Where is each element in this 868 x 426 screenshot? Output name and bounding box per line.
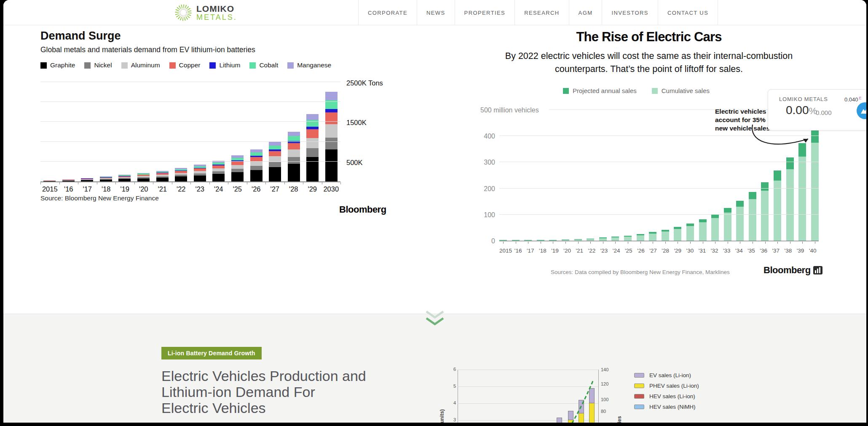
stock-chart-icon [857,102,866,119]
ev-axis-tick [503,242,504,244]
nav-item-agm[interactable]: AGM [569,0,602,25]
ev-xlabel: '32 [708,248,721,254]
ev-xlabel: '21 [573,248,586,254]
segment-cumulative [512,240,520,241]
demand-bar-19 [118,175,131,181]
segment-cumulative [674,229,681,241]
segment-cumulative [562,240,569,241]
ev-axis-tick [541,242,541,244]
demand-xlabel: '24 [209,185,228,193]
demand-axis-tick [172,182,172,184]
legend-item-manganese: Manganese [287,61,331,69]
ev-bar-17 [524,240,532,241]
battery-demand-section: Li-ion Battery Demand Growth Electric Ve… [3,314,866,423]
mini-legend-label: PHEV sales (Li-ion) [649,383,699,389]
segment-graphite [250,170,263,181]
segment-graphite [118,179,131,181]
ev-chart-yaxis: 500 million vehicles4003002001000 [466,110,495,241]
segment-copper [212,165,225,168]
demand-ytick-500: 500K [346,159,363,167]
segment-cobalt [250,152,263,156]
legend-label: Graphite [50,61,75,69]
segment-cumulative [599,238,607,241]
nav-item-news[interactable]: NEWS [417,0,455,25]
demand-xlabel: '25 [228,185,247,193]
demand-axis-tick [97,182,97,184]
nav-item-corporate[interactable]: CORPORATE [358,0,417,25]
demand-xlabel: '20 [134,185,153,193]
ev-xlabel: '24 [610,248,622,254]
ticker-change-percent: 0.00% [786,104,817,117]
mini-legend-item-ev-sales-li-ion-: EV sales (Li-ion) [634,370,699,381]
demand-bar-26 [250,149,263,181]
legend-item-graphite: Graphite [40,61,75,69]
segment-manganese [269,142,281,146]
demand-bar-16 [62,179,75,181]
ev-axis-tick [790,242,790,244]
nav-item-research[interactable]: RESEARCH [514,0,568,25]
segment-annual [786,157,794,169]
ev-bar-30 [686,224,694,241]
legend-item-lithium: Lithium [209,61,240,69]
nav-item-investors[interactable]: INVESTORS [602,0,658,25]
ev-axis-tick [815,242,815,244]
demand-xlabel: 2015 [40,185,59,193]
nav-item-properties[interactable]: PROPERTIES [455,0,515,25]
segment-copper [269,151,281,156]
mini-legend-item-phev-sales-li-ion-: PHEV sales (Li-ion) [634,381,699,391]
demand-xlabel: '23 [190,185,209,193]
ev-bar-29 [674,227,681,241]
legend-swatch-copper [169,62,176,69]
demand-axis-tick [78,182,78,184]
ev-xlabel: '34 [733,248,745,254]
demand-ytick-1500: 1500K [346,119,367,127]
segment-graphite [325,149,338,181]
ev-bar-31 [699,219,707,241]
demand-axis-tick [265,182,266,184]
segment-graphite [306,157,319,181]
mini-right-axis-label: x thousand [624,362,630,423]
segment-cumulative [686,226,694,241]
ev-bar-22 [587,239,594,241]
ev-axis-tick [665,242,666,244]
segment-graphite [81,180,93,181]
segment-copper [325,112,338,124]
page: LOMIKO METALS. CORPORATENEWSPROPERTIESRE… [3,0,866,423]
ev-axis-tick [777,242,778,244]
demand-axis-tick [322,182,322,184]
stock-ticker-widget[interactable]: LOMIKO METALS 0.040E 0.00% 0.000 [768,89,866,130]
legend-label: Aluminum [131,61,160,69]
legend-label: Nickel [94,61,112,69]
ev-chart-title: The Rise of Electric Cars [472,29,826,45]
nav-menu: CORPORATENEWSPROPERTIESRESEARCHAGMINVEST… [358,0,718,25]
ev-xlabel: '35 [745,248,757,254]
demand-axis-tick [228,182,228,184]
demand-axis-tick [153,182,153,184]
ev-bar-39 [798,143,806,241]
segment-copper [288,143,300,149]
legend-item-copper: Copper [169,61,201,69]
ev-axis-tick [590,242,591,244]
demand-bar-18 [100,176,112,181]
demand-axis-tick [59,182,60,184]
segment-nickel [306,148,319,157]
segment-cumulative [587,239,594,241]
segment-cumulative [649,234,656,241]
segment-graphite [43,181,56,181]
demand-xlabel: '29 [303,185,322,193]
lomiko-logo[interactable]: LOMIKO METALS. [174,3,237,22]
ev-bar-26 [637,234,644,241]
demand-xlabel: '17 [78,185,97,193]
ev-gridline-200 [499,188,819,189]
segment-copper [231,162,244,165]
mini-legend-label: EV sales (Li-ion) [649,372,691,378]
nav-item-contact-us[interactable]: CONTACT US [658,0,718,25]
bloomberg-logo-left: Bloomberg [339,204,386,215]
demand-axis-tick [340,182,341,184]
ev-bar-18 [537,240,544,241]
segment-annual [736,201,744,207]
demand-gridline-2000 [40,101,340,102]
scroll-down-chevron-icon[interactable] [421,310,448,328]
ev-chart-subtitle: By 2022 electric vehicles will cost the … [501,50,796,76]
segment-graphite [212,174,225,181]
